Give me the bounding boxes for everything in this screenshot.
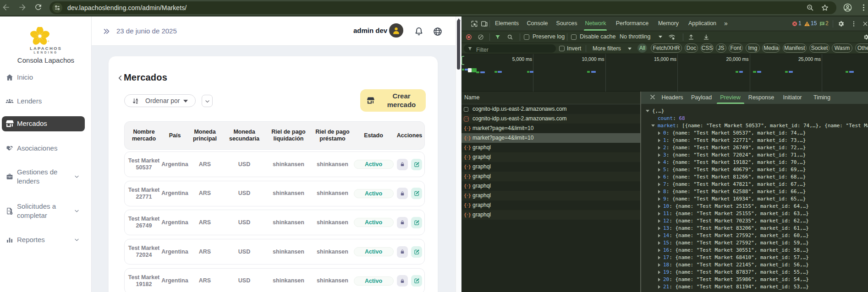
filter-pill-other[interactable]: Other [855, 43, 868, 53]
request-row[interactable]: cognito-idp.us-east-2.amazonaws.com [461, 114, 640, 124]
disclosure-triangle-icon[interactable] [658, 175, 660, 179]
disclosure-triangle-icon[interactable] [646, 110, 649, 112]
kebab-menu-icon[interactable] [859, 3, 868, 12]
edit-button[interactable] [411, 246, 422, 258]
edit-button[interactable] [411, 275, 422, 287]
filter-pill-css[interactable]: CSS [701, 43, 714, 53]
request-row[interactable]: {·}market?page=4&limit=10 [461, 124, 640, 133]
error-count-icon[interactable] [792, 21, 797, 27]
disclosure-triangle-icon[interactable] [658, 278, 660, 281]
disclosure-triangle-icon[interactable] [658, 227, 660, 230]
back-chevron-icon[interactable] [117, 75, 124, 81]
json-item-row[interactable]: 14: {name: "Test Market 27592", market_i… [641, 232, 868, 239]
json-item-row[interactable]: 9: {name: "Test Market 16934", market_id… [641, 195, 868, 203]
disclosure-triangle-icon[interactable] [658, 168, 660, 172]
network-search-icon[interactable] [507, 34, 513, 40]
sidebar-item-asociaciones[interactable]: Asociaciones [0, 143, 92, 154]
invert-label[interactable]: Invert [567, 43, 581, 54]
url-text[interactable]: dev.lapachoslending.com/admin/Markets/ [67, 1, 187, 14]
request-row[interactable]: {·}graphql [461, 172, 640, 181]
devtools-tab-performance[interactable]: Performance [616, 16, 649, 31]
json-item-row[interactable]: 12: {name: "Test Market 70235", market_i… [641, 217, 868, 225]
clear-icon[interactable] [478, 34, 484, 40]
sidebar-item-inicio[interactable]: Inicio [0, 72, 92, 83]
devtools-tab-elements[interactable]: Elements [495, 16, 519, 31]
invert-checkbox[interactable] [559, 46, 565, 51]
disclosure-triangle-icon[interactable] [658, 139, 660, 142]
sidebar-item-solicitudes-a-completar[interactable]: Solicitudes a completar [0, 202, 92, 220]
preview-tab-preview[interactable]: Preview [720, 92, 740, 103]
request-row[interactable]: cognito-idp.us-east-2.amazonaws.com [461, 104, 640, 114]
lock-button[interactable] [397, 159, 408, 170]
lock-button[interactable] [397, 246, 408, 258]
json-item-row[interactable]: 15: {name: "Test Market 27592", market_i… [641, 239, 868, 247]
edit-button[interactable] [411, 159, 422, 170]
record-icon[interactable] [466, 34, 472, 40]
filter-input[interactable]: Filter [464, 44, 556, 53]
warning-count[interactable]: 15 [811, 16, 817, 31]
disclosure-triangle-icon[interactable] [658, 249, 660, 252]
table-row[interactable]: Test Market 72024ArgentinaARSUSDshinkans… [124, 239, 425, 265]
json-item-row[interactable]: 13: {name: "Test Market 83206", market_i… [641, 225, 868, 232]
reload-icon[interactable] [34, 3, 43, 11]
lock-button[interactable] [397, 275, 408, 287]
forward-icon[interactable] [18, 3, 27, 12]
disclosure-triangle-icon[interactable] [658, 256, 660, 260]
more-filters-label[interactable]: More filters [593, 43, 621, 54]
more-tabs-icon[interactable]: » [724, 16, 728, 31]
throttling-select[interactable]: No throttling [620, 31, 650, 43]
devtools-close-icon[interactable] [863, 21, 868, 27]
avatar[interactable] [389, 23, 403, 38]
disclosure-triangle-icon[interactable] [658, 263, 660, 267]
preserve-log-label[interactable]: Preserve log [533, 31, 565, 43]
filter-funnel-icon[interactable] [495, 34, 501, 40]
network-conditions-icon[interactable] [668, 33, 676, 41]
requests-header[interactable]: Name [461, 92, 640, 104]
close-details-icon[interactable] [649, 94, 656, 100]
json-item-row[interactable]: 16: {name: "Test Market 30551", market_i… [641, 247, 868, 254]
filter-pill-js[interactable]: JS [716, 43, 726, 53]
bell-icon[interactable] [414, 27, 424, 37]
filter-pill-img[interactable]: Img [746, 43, 760, 53]
bookmark-star-icon[interactable] [821, 4, 829, 12]
disclosure-triangle-icon[interactable] [658, 212, 660, 216]
json-root-row[interactable]: {,…} [641, 108, 868, 115]
json-item-row[interactable]: 10: {name: "Test Market 25155", market_i… [641, 203, 868, 210]
json-item-row[interactable]: 20: {name: "Test Market 35986", market_i… [641, 276, 868, 283]
import-har-icon[interactable] [688, 33, 695, 40]
expand-filters-button[interactable] [202, 95, 213, 107]
preview-tab-headers[interactable]: Headers [661, 92, 683, 103]
filter-pill-fetchxhr[interactable]: Fetch/XHR [651, 43, 682, 53]
disclosure-triangle-icon[interactable] [658, 161, 660, 164]
disclosure-triangle-icon[interactable] [658, 270, 660, 274]
json-item-row[interactable]: 1: {name: "Test Market 22771", market_id… [641, 137, 868, 144]
disclosure-triangle-icon[interactable] [658, 190, 660, 194]
devtools-tab-sources[interactable]: Sources [556, 16, 577, 31]
disclosure-triangle-icon[interactable] [658, 241, 660, 245]
url-bar[interactable]: dev.lapachoslending.com/admin/Markets/ [49, 1, 836, 14]
disclosure-triangle-icon[interactable] [658, 285, 660, 289]
sort-button[interactable]: Ordenar por [124, 94, 196, 107]
scrollbar-thumb[interactable] [457, 20, 460, 70]
expand-sidebar-icon[interactable] [103, 27, 110, 35]
inspect-element-icon[interactable] [471, 20, 478, 27]
zoom-out-icon[interactable] [806, 4, 814, 12]
lock-button[interactable] [397, 217, 408, 228]
warning-count-icon[interactable] [804, 21, 810, 27]
create-market-button[interactable]: Crear mercado [360, 89, 426, 112]
disclosure-triangle-icon[interactable] [651, 124, 655, 127]
profile-icon[interactable] [843, 3, 852, 12]
request-row[interactable]: {·}graphql [461, 143, 640, 152]
json-item-row[interactable]: 19: {name: "Test Market 87837", market_i… [641, 269, 868, 276]
filter-pill-font[interactable]: Font [729, 43, 743, 53]
filter-pill-doc[interactable]: Doc [685, 43, 698, 53]
json-item-row[interactable]: 7: {name: "Test Market 47821", market_id… [641, 181, 868, 188]
sidebar-item-mercados[interactable]: Mercados [0, 116, 92, 131]
preview-tab-payload[interactable]: Payload [691, 92, 712, 103]
preview-tab-response[interactable]: Response [748, 92, 774, 103]
lock-button[interactable] [397, 188, 408, 199]
error-count[interactable]: 1 [798, 16, 802, 31]
edit-button[interactable] [411, 217, 422, 228]
disable-cache-label[interactable]: Disable cache [580, 31, 616, 43]
filter-pill-manifest[interactable]: Manifest [783, 43, 807, 53]
